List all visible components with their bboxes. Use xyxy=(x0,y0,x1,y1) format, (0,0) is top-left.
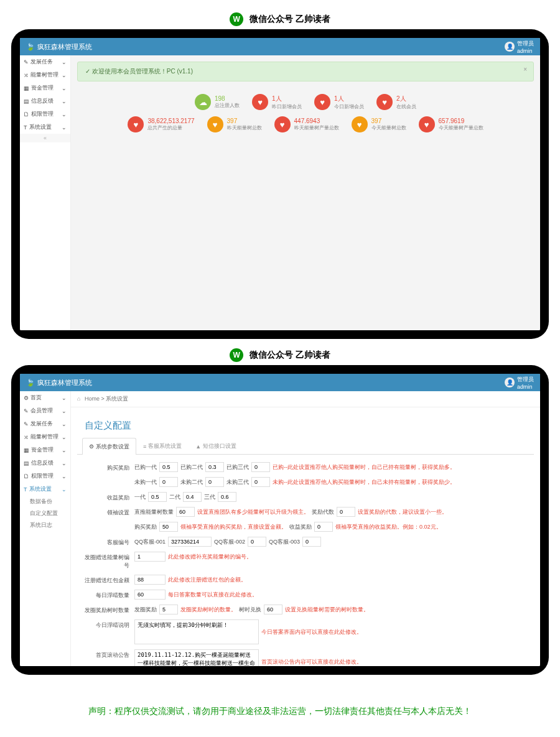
input-buy-gen2[interactable] xyxy=(205,462,224,472)
sublabel: 收益奖励 xyxy=(289,523,312,531)
sidebar-item[interactable]: ▤信息反馈 ⌄ xyxy=(20,457,70,470)
hint: 今日答案界面内容可以直接在此处修改。 xyxy=(261,628,362,636)
sublabel: 二代 xyxy=(169,493,180,501)
sidebar-item-label: 能量树管理 xyxy=(30,433,58,441)
sidebar-item[interactable]: 🗋权限管理 ⌄ xyxy=(20,470,70,483)
field-label xyxy=(85,522,134,524)
stat-item: ♥ 397 昨天能量树总数 xyxy=(207,116,262,132)
watermark-mid: W 微信公众号 乙帅读者 xyxy=(0,345,560,365)
input-time-exchange[interactable] xyxy=(264,605,282,614)
topbar: 🍃 疯狂森林管理系统 👤 管理员 admin xyxy=(20,38,540,55)
hint: 设置奖励的代数，建议设置小一些。 xyxy=(358,508,447,516)
input-qq3[interactable] xyxy=(302,537,321,547)
breadcrumb-current: 系统设置 xyxy=(106,396,128,402)
input-leader-gens[interactable] xyxy=(337,507,355,517)
field-label xyxy=(85,477,134,479)
sidebar-item[interactable]: T系统设置 ⌄ xyxy=(20,121,70,134)
sublabel: QQ客服-001 xyxy=(134,538,166,546)
app-brand: 🍃 疯狂森林管理系统 xyxy=(26,378,92,387)
hint: 发圈奖励树时的数量。 xyxy=(180,606,236,614)
stat-label: 总共产生的总量 xyxy=(147,124,194,131)
sidebar-item[interactable]: T系统设置 ⌄ xyxy=(20,483,70,496)
alert-close-icon[interactable]: × xyxy=(523,66,527,73)
sidebar-item[interactable]: ⤮能量树管理 ⌄ xyxy=(20,430,70,443)
chevron-down-icon: ⌄ xyxy=(62,421,67,427)
hint: 每日答案数量可以直接在此处修改。 xyxy=(168,591,258,599)
input-reg-bonus[interactable] xyxy=(134,575,166,585)
tab[interactable]: ≡客服系统设置 xyxy=(136,438,189,454)
sidebar: ✎发展任务 ⌄ ⤮能量树管理 ⌄ ▦资金管理 ⌄ ▤信息反馈 ⌄ 🗋权限管理 ⌄ xyxy=(20,55,71,330)
input-income-gen3[interactable] xyxy=(218,492,236,502)
row-income-reward: 收益奖励 一代 二代 三代 xyxy=(85,492,526,502)
sidebar-sub-item[interactable]: 数据备份 xyxy=(20,496,70,508)
sidebar-item-icon: ✎ xyxy=(24,59,29,65)
tab[interactable]: ▲短信接口设置 xyxy=(189,438,243,454)
chevron-down-icon: ⌄ xyxy=(62,98,67,104)
sidebar-item-label: 系统设置 xyxy=(29,485,52,493)
sidebar-item[interactable]: ⚙首页 ⌄ xyxy=(20,391,70,404)
input-leader-buy[interactable] xyxy=(159,522,178,532)
sidebar-item[interactable]: ✎会员管理 ⌄ xyxy=(20,404,70,417)
disclaimer-text: 声明：程序仅供交流测试，请勿用于商业途径及非法运营，一切法律责任其他责任与本人本… xyxy=(0,693,560,730)
input-share-reward[interactable] xyxy=(159,605,178,614)
sidebar-item[interactable]: ▦资金管理 ⌄ xyxy=(20,443,70,457)
input-qq2[interactable] xyxy=(248,537,266,547)
sublabel: 未购三代 xyxy=(226,478,249,486)
main-content: ⌂ Home > 系统设置 自定义配置 ⚙系统参数设置≡客服系统设置▲短信接口设… xyxy=(71,391,540,666)
stat-item: ☁ 198 总注册人数 xyxy=(195,94,240,110)
sidebar-item[interactable]: ✎发展任务 ⌄ xyxy=(20,417,70,430)
textarea-today-desc[interactable] xyxy=(134,619,259,644)
user-role: 管理员 xyxy=(517,40,534,48)
screen-1: 🍃 疯狂森林管理系统 👤 管理员 admin ✎发展任务 ⌄ ⤮能量树管理 xyxy=(20,38,540,330)
tab[interactable]: ⚙系统参数设置 xyxy=(82,438,136,455)
sidebar-item[interactable]: 🗋权限管理 ⌄ xyxy=(20,108,70,121)
chevron-down-icon: ⌄ xyxy=(62,434,67,440)
breadcrumb-home[interactable]: Home xyxy=(85,396,100,402)
sidebar-item[interactable]: ▤信息反馈 ⌄ xyxy=(20,95,70,108)
input-buy-gen3[interactable] xyxy=(251,462,270,472)
sidebar-item-label: 信息反馈 xyxy=(31,459,54,467)
sublabel: 已购三代 xyxy=(226,463,249,471)
user-menu[interactable]: 👤 管理员 admin xyxy=(505,40,534,54)
input-leader-income[interactable] xyxy=(314,522,333,532)
stat-icon: ♥ xyxy=(314,94,330,110)
input-nobuy-gen1[interactable] xyxy=(159,477,178,487)
sidebar-item-label: 系统设置 xyxy=(29,123,52,131)
hint: 设置兑换能量树需要的树时数量。 xyxy=(285,606,369,614)
input-income-gen1[interactable] xyxy=(148,492,167,502)
chevron-down-icon: ⌄ xyxy=(62,447,67,453)
stat-item: ♥ 397 今天能量树总数 xyxy=(352,116,406,132)
stat-item: ♥ 657.9619 今天能量树产量总数 xyxy=(419,116,483,132)
sidebar-sub-item[interactable]: 自定义配置 xyxy=(20,508,70,519)
input-nobuy-gen2[interactable] xyxy=(205,477,224,487)
input-qq1[interactable] xyxy=(168,537,212,547)
sublabel: 购买奖励 xyxy=(134,523,157,531)
input-nobuy-gen3[interactable] xyxy=(251,477,270,487)
sidebar-item[interactable]: ⤮能量树管理 ⌄ xyxy=(20,68,70,81)
tabs: ⚙系统参数设置≡客服系统设置▲短信接口设置 xyxy=(77,438,534,455)
sidebar-collapse[interactable]: « xyxy=(20,134,70,142)
stat-label: 昨天能量树产量总数 xyxy=(294,124,339,131)
input-daily-count[interactable] xyxy=(134,590,166,600)
sublabel: 树时兑换 xyxy=(239,606,261,614)
monitor-frame-2: 🍃 疯狂森林管理系统 👤 管理员 admin ⚙首页 ⌄ ✎会员管理 ⌄ xyxy=(11,365,549,675)
user-menu[interactable]: 👤 管理员 admin xyxy=(505,376,534,390)
sidebar-item-icon: ✎ xyxy=(24,408,29,414)
textarea-home-notice[interactable] xyxy=(134,649,259,666)
home-icon[interactable]: ⌂ xyxy=(77,396,80,402)
sidebar-item-label: 资金管理 xyxy=(31,84,54,92)
stat-icon: ☁ xyxy=(195,94,211,110)
sidebar-item-icon: ▤ xyxy=(24,98,29,104)
sidebar-sub-item[interactable]: 系统日志 xyxy=(20,519,70,531)
watermark-icon: W xyxy=(230,12,243,26)
sidebar-item[interactable]: ✎发展任务 ⌄ xyxy=(20,55,70,68)
input-leader-trees[interactable] xyxy=(176,507,195,517)
stat-value: 38,622,513.2177 xyxy=(147,118,194,124)
input-share-tree-id[interactable] xyxy=(134,552,166,562)
stat-item: ♥ 38,622,513.2177 总共产生的总量 xyxy=(128,116,194,132)
stat-icon: ♥ xyxy=(252,94,268,110)
sidebar-item[interactable]: ▦资金管理 ⌄ xyxy=(20,81,70,95)
input-income-gen2[interactable] xyxy=(183,492,202,502)
input-buy-gen1[interactable] xyxy=(159,462,178,472)
stat-icon: ♥ xyxy=(352,116,368,132)
